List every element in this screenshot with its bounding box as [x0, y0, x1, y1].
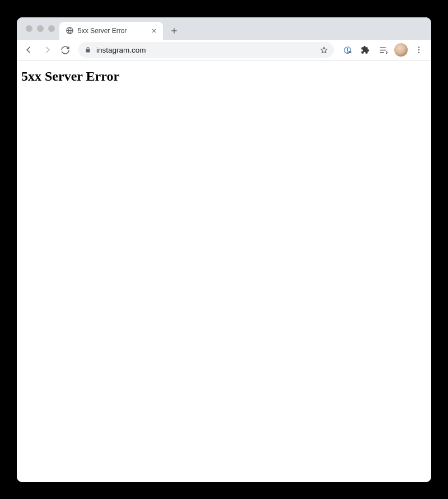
extensions-puzzle-icon[interactable] [357, 42, 373, 58]
menu-button[interactable] [411, 42, 427, 58]
browser-tab[interactable]: 5xx Server Error [59, 22, 163, 40]
forward-button[interactable] [39, 42, 55, 58]
browser-window: 5xx Server Error [17, 17, 431, 482]
back-button[interactable] [21, 42, 37, 58]
svg-point-6 [418, 49, 419, 50]
address-bar-url: instagram.com [96, 46, 315, 54]
address-bar[interactable]: instagram.com [78, 42, 334, 58]
lock-icon [84, 46, 92, 54]
error-heading: 5xx Server Error [21, 69, 427, 84]
window-controls [22, 17, 59, 40]
profile-avatar[interactable] [394, 43, 408, 57]
window-maximize-button[interactable] [48, 25, 55, 32]
window-close-button[interactable] [26, 25, 32, 32]
svg-point-5 [418, 46, 419, 48]
bookmark-star-icon[interactable] [319, 45, 328, 54]
svg-rect-2 [347, 48, 347, 50]
page-content: 5xx Server Error [17, 61, 431, 482]
new-tab-button[interactable] [166, 23, 182, 39]
browser-toolbar: instagram.com [17, 40, 431, 61]
svg-rect-4 [348, 51, 351, 53]
svg-point-3 [347, 52, 348, 53]
globe-icon [65, 26, 74, 35]
reading-list-icon[interactable] [375, 42, 391, 58]
tab-strip: 5xx Server Error [17, 17, 431, 40]
extension-icon-1[interactable] [339, 42, 355, 58]
svg-point-7 [418, 52, 419, 53]
close-tab-button[interactable] [150, 26, 158, 35]
tab-title: 5xx Server Error [78, 27, 146, 35]
window-minimize-button[interactable] [37, 25, 44, 32]
reload-button[interactable] [57, 42, 73, 58]
